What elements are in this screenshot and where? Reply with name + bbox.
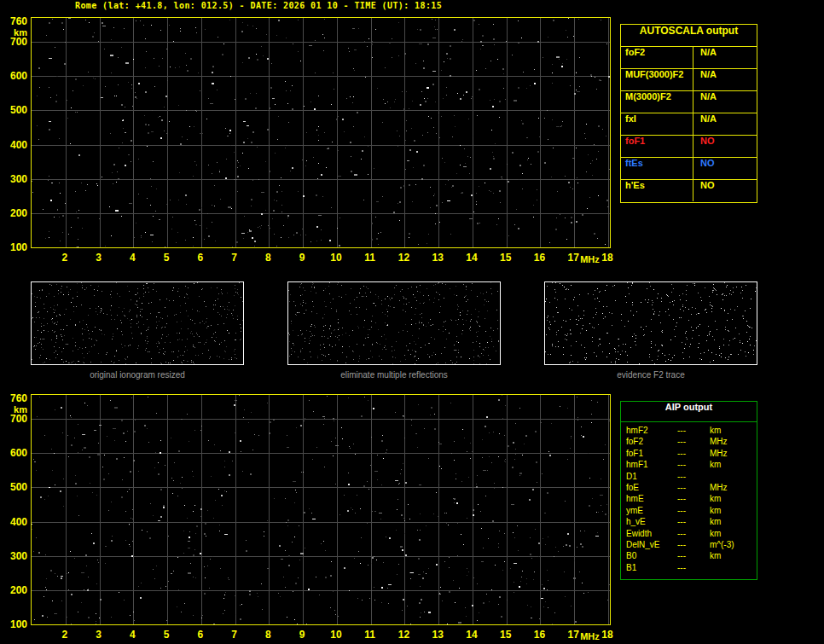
aip-table-header: AIP output <box>621 402 757 422</box>
aip-row: foF2---MHz <box>621 437 757 448</box>
aip-param-label: B1 <box>621 563 677 574</box>
aip-row: hmE---km <box>621 494 757 505</box>
aip-param-label: ymE <box>621 506 677 517</box>
autoscala-table-rows: foF2N/AMUF(3000)F2N/AM(3000)F2N/AfxIN/Af… <box>621 46 757 201</box>
autoscala-param-value: N/A <box>693 47 757 68</box>
y-tick-label: 400 <box>0 139 27 151</box>
y-tick-label: 300 <box>0 173 27 185</box>
autoscala-row: foF2N/A <box>621 46 757 68</box>
aip-output-table: AIP output hmF2---kmfoF2---MHzfoF1---MHz… <box>620 401 757 580</box>
autoscala-param-value: N/A <box>693 91 757 113</box>
y-tick-label: 300 <box>0 550 27 562</box>
aip-param-label: foF1 <box>621 449 677 460</box>
autoscala-param-value: NO <box>693 158 757 179</box>
thumbnail-label-original: original ionogram resized <box>31 370 244 380</box>
x-tick-label: 7 <box>224 629 245 641</box>
aip-param-label: foE <box>621 483 677 494</box>
aip-param-unit: km <box>710 494 757 505</box>
aip-row: B0---km <box>621 551 757 562</box>
x-tick-label: 13 <box>427 629 448 641</box>
aip-row: D1--- <box>621 472 757 483</box>
y-tick-label: 100 <box>0 618 27 630</box>
thumbnail-original-ionogram <box>31 281 244 365</box>
x-tick-label: 15 <box>496 629 516 641</box>
x-tick-label: 11 <box>360 252 380 264</box>
x-tick-label: 3 <box>89 629 109 641</box>
y-tick-label: 100 <box>0 241 27 253</box>
autoscala-table-header: AUTOSCALA output <box>621 25 757 46</box>
x-tick-label: 11 <box>360 629 380 641</box>
y-tick-label: 700 <box>0 36 27 48</box>
autoscala-row: h'EsNO <box>621 179 757 201</box>
autoscala-param-value: N/A <box>693 113 757 135</box>
aip-row: B1--- <box>621 563 757 574</box>
aip-param-unit: km <box>710 529 757 540</box>
x-tick-label: 14 <box>461 629 482 641</box>
x-tick-label: 8 <box>258 629 278 641</box>
aip-row: foE---MHz <box>621 483 757 494</box>
autoscala-param-label: ftEs <box>621 158 693 179</box>
x-tick-label: 5 <box>156 252 177 264</box>
aip-param-unit <box>710 472 757 483</box>
x-tick-label: 8 <box>258 252 278 264</box>
autoscala-param-label: h'Es <box>621 180 693 201</box>
autoscala-param-label: foF2 <box>621 47 693 68</box>
aip-param-label: h_vE <box>621 517 677 528</box>
aip-param-unit: km <box>710 551 757 562</box>
y-tick-label: 400 <box>0 516 27 528</box>
aip-param-value: --- <box>677 460 710 471</box>
x-tick-label: 15 <box>496 252 516 264</box>
y-tick-label: 600 <box>0 70 27 82</box>
aip-param-value: --- <box>677 529 710 540</box>
autoscala-param-label: M(3000)F2 <box>621 91 693 113</box>
ionogram-canvas-top <box>32 18 610 247</box>
thumbnail-eliminate-reflections <box>287 281 501 365</box>
aip-param-unit: km <box>710 426 757 437</box>
y-axis-unit-label: km <box>0 404 27 415</box>
thumbnail-label-eliminate: eliminate multiple reflections <box>287 370 501 380</box>
y-tick-label: 500 <box>0 481 27 493</box>
y-axis-unit-label: km <box>0 27 27 38</box>
autoscala-row: MUF(3000)F2N/A <box>621 68 757 90</box>
x-tick-label: 3 <box>89 252 109 264</box>
ionogram-plot-bottom <box>31 394 611 625</box>
x-tick-label: 14 <box>461 252 482 264</box>
aip-param-value: --- <box>677 540 710 551</box>
autoscala-param-value: NO <box>693 136 757 157</box>
y-tick-label: 600 <box>0 447 27 459</box>
x-axis-unit-label: MHz <box>580 254 600 264</box>
aip-param-unit: km <box>710 506 757 517</box>
autoscala-param-value: N/A <box>693 69 757 90</box>
aip-table-rows: hmF2---kmfoF2---MHzfoF1---MHzhmF1---kmD1… <box>621 422 757 574</box>
x-tick-label: 12 <box>393 252 414 264</box>
aip-param-label: Ewidth <box>621 529 677 540</box>
aip-param-unit: MHz <box>710 449 757 460</box>
aip-param-unit: km <box>710 517 757 528</box>
autoscala-param-label: MUF(3000)F2 <box>621 69 693 90</box>
aip-param-value: --- <box>677 517 710 528</box>
aip-param-label: B0 <box>621 551 677 562</box>
aip-param-value: --- <box>677 483 710 494</box>
aip-row: hmF1---km <box>621 460 757 471</box>
x-tick-label: 16 <box>529 252 549 264</box>
thumbnail-evidence-f2 <box>544 281 757 365</box>
x-tick-label: 10 <box>326 629 346 641</box>
ionogram-plot-top <box>31 17 611 248</box>
aip-param-label: hmF2 <box>621 426 677 437</box>
aip-row: ymE---km <box>621 506 757 517</box>
thumbnail-label-evidence: evidence F2 trace <box>544 370 757 380</box>
aip-row: h_vE---km <box>621 517 757 528</box>
ionogram-canvas-bottom <box>32 395 610 624</box>
autoscala-row: ftEsNO <box>621 157 757 179</box>
aip-param-value: --- <box>677 506 710 517</box>
x-tick-label: 18 <box>597 252 618 264</box>
x-tick-label: 12 <box>393 629 414 641</box>
aip-row: foF1---MHz <box>621 449 757 460</box>
aip-row: Ewidth---km <box>621 529 757 540</box>
y-tick-label: 200 <box>0 584 27 596</box>
aip-param-unit: km <box>710 460 757 471</box>
aip-param-value: --- <box>677 449 710 460</box>
x-tick-label: 16 <box>529 629 549 641</box>
aip-param-value: --- <box>677 437 710 448</box>
autoscala-row: foF1NO <box>621 135 757 157</box>
